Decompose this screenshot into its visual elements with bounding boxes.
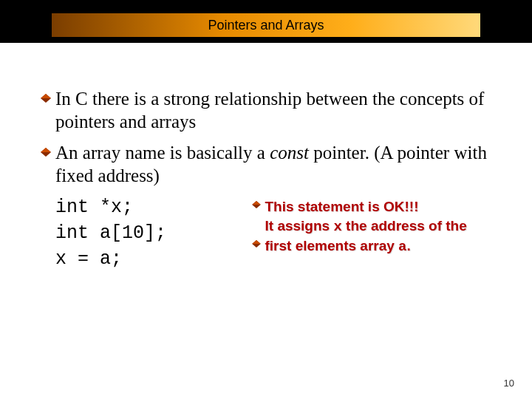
bullet-item: An array name is basically a const point…	[41, 141, 491, 188]
code-line: x = a;	[55, 248, 122, 270]
note-fragment: the address of the	[342, 218, 467, 233]
code-inline: a	[398, 239, 406, 255]
note-text: first elements array a.	[265, 236, 411, 257]
bullet-text: In C there is a strong relationship betw…	[55, 87, 491, 134]
note-fragment: .	[407, 238, 411, 253]
note-fragment: It assigns	[265, 218, 334, 233]
note-line: This statement is OK!!!	[252, 197, 492, 216]
bullet-icon	[41, 94, 54, 103]
slide-title: Pointers and Arrays	[52, 13, 480, 37]
page-number: 10	[504, 378, 514, 389]
svg-marker-1	[41, 94, 51, 98]
bullet-icon	[252, 201, 264, 208]
note-line: first elements array a.	[252, 236, 492, 257]
code-line: int *x;	[55, 197, 133, 218]
note-fragment: first elements array	[265, 238, 399, 253]
svg-marker-5	[252, 201, 261, 205]
svg-marker-3	[41, 148, 51, 152]
note-block: This statement is OK!!! It assigns x the…	[252, 194, 492, 257]
bullet-text: An array name is basically a const point…	[55, 141, 491, 188]
bullet-icon	[41, 148, 54, 157]
bullet-icon	[252, 240, 264, 248]
code-inline: x	[333, 219, 341, 235]
note-text: It assigns x the address of the	[265, 216, 492, 237]
bullet-item: In C there is a strong relationship betw…	[41, 87, 491, 134]
code-and-note-row: int *x; int a[10]; x = a; This statement…	[55, 194, 491, 272]
code-line: int a[10];	[55, 222, 166, 244]
code-block: int *x; int a[10]; x = a;	[55, 194, 252, 272]
svg-marker-7	[252, 240, 261, 244]
title-bar: Pointers and Arrays	[0, 0, 532, 43]
slide-content: In C there is a strong relationship betw…	[41, 87, 491, 272]
note-text: This statement is OK!!!	[265, 197, 419, 216]
